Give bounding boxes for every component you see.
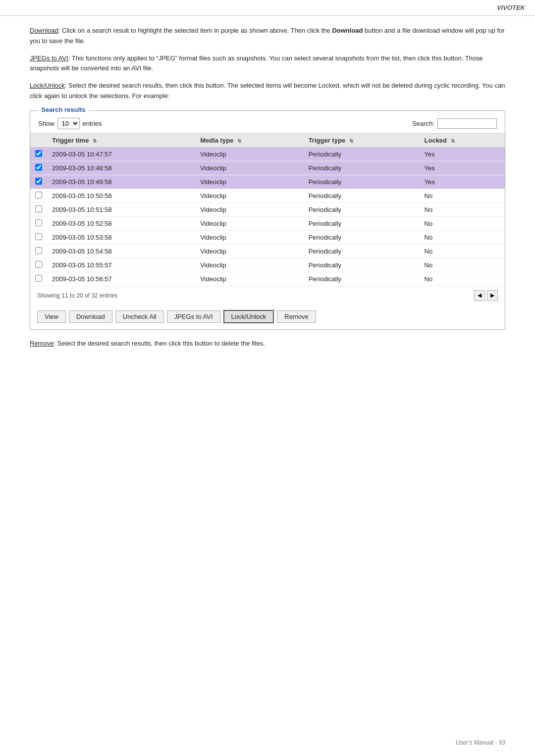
cell-locked: No: [420, 216, 505, 230]
table-row[interactable]: 2009-03-05 10:55:57VideoclipPeriodically…: [30, 258, 505, 272]
entries-label: entries: [83, 120, 102, 127]
row-checkbox[interactable]: [35, 164, 42, 171]
cell-locked: No: [420, 272, 505, 286]
table-row[interactable]: 2009-03-05 10:50:58VideoclipPeriodically…: [30, 189, 505, 202]
showing-text: Showing 11 to 20 of 32 entries: [37, 292, 117, 299]
cell-trigger-type: Periodically: [304, 216, 420, 230]
table-row[interactable]: 2009-03-05 10:54:58VideoclipPeriodically…: [30, 244, 505, 258]
cell-locked: Yes: [420, 161, 505, 175]
lock-label: Lock/Unlock: [30, 82, 65, 89]
cell-locked: No: [420, 189, 505, 202]
cell-media-type: Videoclip: [195, 189, 304, 202]
checkbox-cell[interactable]: [30, 161, 47, 175]
sr-left: Show 10 25 50 entries: [38, 118, 102, 129]
show-label: Show: [38, 120, 54, 127]
cell-trigger-time: 2009-03-05 10:50:58: [47, 189, 195, 202]
table-row[interactable]: 2009-03-05 10:48:58VideoclipPeriodically…: [30, 161, 505, 175]
cell-media-type: Videoclip: [195, 161, 304, 175]
row-checkbox[interactable]: [35, 247, 42, 254]
checkbox-cell[interactable]: [30, 272, 47, 286]
cell-locked: No: [420, 202, 505, 216]
cell-media-type: Videoclip: [195, 230, 304, 244]
cell-locked: No: [420, 244, 505, 258]
top-bar: VIVOTEK: [0, 0, 535, 16]
checkbox-cell[interactable]: [30, 147, 47, 161]
cell-trigger-type: Periodically: [304, 175, 420, 189]
col-checkbox: [30, 133, 47, 147]
view-button[interactable]: View: [37, 310, 66, 323]
cell-locked: Yes: [420, 147, 505, 161]
entries-select[interactable]: 10 25 50: [57, 118, 80, 129]
row-checkbox[interactable]: [35, 150, 42, 157]
cell-trigger-type: Periodically: [304, 244, 420, 258]
results-table: Trigger time ⇅ Media type ⇅ Trigger type…: [30, 133, 505, 286]
checkbox-cell[interactable]: [30, 189, 47, 202]
lock-unlock-button[interactable]: Lock/Unlock: [223, 310, 274, 323]
sr-pagination: ◀ ▶: [474, 290, 498, 301]
cell-trigger-type: Periodically: [304, 189, 420, 202]
cell-trigger-time: 2009-03-05 10:52:58: [47, 216, 195, 230]
remove-paragraph: Remove: Select the desired search result…: [30, 339, 505, 349]
table-row[interactable]: 2009-03-05 10:52:58VideoclipPeriodically…: [30, 216, 505, 230]
sort-arrows-media[interactable]: ⇅: [237, 138, 241, 144]
jpegs-to-avi-button[interactable]: JPEGs to AVI: [167, 310, 220, 323]
prev-page-button[interactable]: ◀: [474, 290, 485, 301]
sort-arrows-trigger-type[interactable]: ⇅: [349, 138, 353, 144]
row-checkbox[interactable]: [35, 275, 42, 282]
cell-trigger-time: 2009-03-05 10:49:58: [47, 175, 195, 189]
search-results-legend: Search results: [38, 106, 89, 113]
cell-trigger-time: 2009-03-05 10:51:58: [47, 202, 195, 216]
checkbox-cell[interactable]: [30, 175, 47, 189]
table-row[interactable]: 2009-03-05 10:49:58VideoclipPeriodically…: [30, 175, 505, 189]
cell-trigger-type: Periodically: [304, 272, 420, 286]
next-page-button[interactable]: ▶: [487, 290, 498, 301]
cell-media-type: Videoclip: [195, 272, 304, 286]
checkbox-cell[interactable]: [30, 244, 47, 258]
page-footer: User's Manual - 93: [456, 739, 505, 746]
cell-trigger-type: Periodically: [304, 147, 420, 161]
row-checkbox[interactable]: [35, 192, 42, 199]
cell-media-type: Videoclip: [195, 202, 304, 216]
search-input[interactable]: [437, 118, 497, 129]
cell-trigger-time: 2009-03-05 10:47:57: [47, 147, 195, 161]
sort-arrows-trigger[interactable]: ⇅: [93, 138, 97, 144]
row-checkbox[interactable]: [35, 219, 42, 226]
download-button[interactable]: Download: [69, 310, 112, 323]
table-row[interactable]: 2009-03-05 10:56:57VideoclipPeriodically…: [30, 272, 505, 286]
cell-trigger-time: 2009-03-05 10:56:57: [47, 272, 195, 286]
remove-button[interactable]: Remove: [277, 310, 316, 323]
checkbox-cell[interactable]: [30, 202, 47, 216]
download-bold: Download: [332, 27, 363, 34]
search-label: Search:: [412, 120, 434, 127]
checkbox-cell[interactable]: [30, 230, 47, 244]
row-checkbox[interactable]: [35, 233, 42, 240]
cell-trigger-time: 2009-03-05 10:54:58: [47, 244, 195, 258]
cell-locked: No: [420, 230, 505, 244]
cell-media-type: Videoclip: [195, 175, 304, 189]
cell-media-type: Videoclip: [195, 216, 304, 230]
sort-arrows-locked[interactable]: ⇅: [451, 138, 455, 144]
checkbox-cell[interactable]: [30, 258, 47, 272]
download-label: Download: [30, 27, 58, 34]
button-row: View Download Uncheck All JPEGs to AVI L…: [30, 305, 505, 329]
jpegs-label: JPEGs to AVI: [30, 54, 68, 62]
cell-trigger-type: Periodically: [304, 161, 420, 175]
col-locked: Locked ⇅: [420, 133, 505, 147]
row-checkbox[interactable]: [35, 178, 42, 185]
main-content: Download: Click on a search result to hi…: [0, 16, 535, 376]
download-text1: : Click on a search result to highlight …: [58, 27, 332, 34]
table-row[interactable]: 2009-03-05 10:47:57VideoclipPeriodically…: [30, 147, 505, 161]
sr-right: Search:: [412, 118, 497, 129]
uncheck-all-button[interactable]: Uncheck All: [115, 310, 164, 323]
jpegs-text: : This functions only applies to “JPEG” …: [30, 54, 483, 72]
cell-trigger-type: Periodically: [304, 202, 420, 216]
row-checkbox[interactable]: [35, 261, 42, 268]
cell-trigger-time: 2009-03-05 10:48:58: [47, 161, 195, 175]
table-row[interactable]: 2009-03-05 10:51:58VideoclipPeriodically…: [30, 202, 505, 216]
table-row[interactable]: 2009-03-05 10:53:58VideoclipPeriodically…: [30, 230, 505, 244]
col-trigger-type: Trigger type ⇅: [304, 133, 420, 147]
row-checkbox[interactable]: [35, 205, 42, 212]
remove-text: : Select the desired search results, the…: [54, 340, 265, 347]
checkbox-cell[interactable]: [30, 216, 47, 230]
download-paragraph: Download: Click on a search result to hi…: [30, 26, 505, 47]
